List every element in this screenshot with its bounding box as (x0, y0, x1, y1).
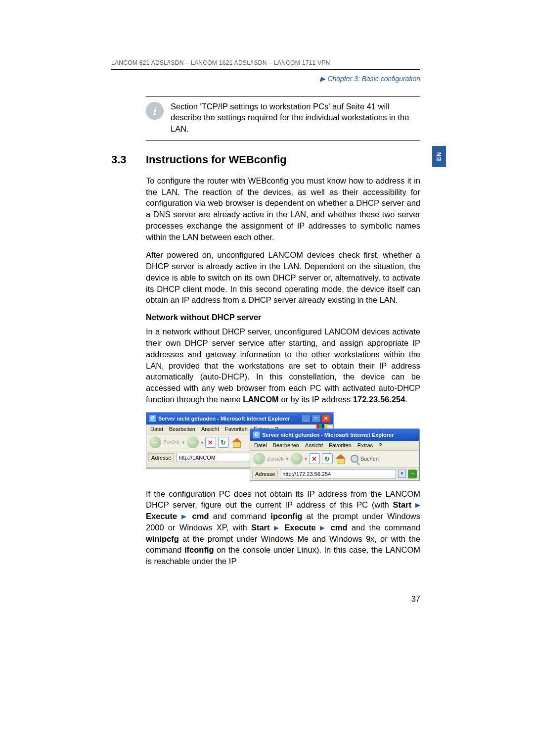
refresh-button[interactable]: ↻ (322, 453, 333, 464)
window-title: Server nicht gefunden - Microsoft Intern… (262, 432, 394, 438)
titlebar: Server nicht gefunden - Microsoft Intern… (250, 429, 419, 441)
back-arrow-icon: ← (253, 453, 265, 465)
back-button[interactable]: ← Zurück ▾ (149, 436, 185, 448)
chapter-label: ▶Chapter 3: Basic configuration (111, 75, 420, 83)
page-number: 37 (411, 594, 420, 604)
back-button[interactable]: ← Zurück ▾ (253, 453, 289, 465)
maximize-button[interactable]: □ (312, 415, 320, 423)
menu-favoriten[interactable]: Favoriten (225, 426, 248, 432)
info-note-text: Section 'TCP/IP settings to workstation … (171, 101, 420, 134)
triangle-icon: ▶ (181, 513, 188, 520)
stop-button[interactable]: ✕ (309, 453, 320, 464)
triangle-icon: ▶ (274, 524, 281, 531)
running-header: LANCOM 821 ADSL/ISDN – LANCOM 1621 ADSL/… (111, 59, 420, 70)
window-title: Server nicht gefunden - Microsoft Intern… (158, 416, 290, 422)
go-button[interactable]: → (408, 470, 417, 478)
triangle-icon: ▶ (320, 75, 325, 83)
triangle-icon: ▶ (320, 524, 327, 531)
language-tab: EN (432, 146, 446, 167)
toolbar: ← Zurück ▾ → ▾ ✕ ↻ Suchen (250, 451, 419, 468)
forward-button[interactable]: → (187, 436, 199, 448)
language-tab-label: EN (436, 152, 443, 161)
stop-button[interactable]: ✕ (205, 437, 216, 448)
refresh-button[interactable]: ↻ (218, 437, 229, 448)
triangle-icon: ▶ (415, 501, 420, 509)
back-arrow-icon: ← (149, 436, 161, 448)
paragraph: After powered on, unconfigured LANCOM de… (146, 249, 420, 306)
close-button[interactable]: ✕ (321, 415, 330, 423)
search-icon (351, 455, 358, 463)
chapter-text: Chapter 3: Basic configuration (327, 75, 420, 83)
paragraph: In a network without DHCP server, unconf… (146, 326, 420, 405)
browser-screenshot: Server nicht gefunden - Microsoft Intern… (146, 412, 420, 481)
paragraph: If the configuration PC does not obtain … (146, 488, 420, 567)
menu-bearbeiten[interactable]: Bearbeiten (169, 426, 195, 432)
address-input[interactable]: http://172.23.56.254 (280, 469, 396, 478)
menu-extras[interactable]: Extras (357, 442, 373, 448)
address-label: Adresse (148, 453, 174, 462)
minimize-button[interactable]: _ (302, 415, 311, 423)
menu-datei[interactable]: Datei (254, 442, 267, 448)
dropdown-icon[interactable]: ▼ (398, 470, 406, 478)
ie-icon (253, 431, 260, 438)
menu-ansicht[interactable]: Ansicht (305, 442, 323, 448)
document-page: LANCOM 821 ADSL/ISDN – LANCOM 1621 ADSL/… (111, 59, 420, 574)
menu-favoriten[interactable]: Favoriten (329, 442, 352, 448)
menu-help[interactable]: ? (379, 442, 382, 448)
section-number: 3.3 (111, 153, 146, 166)
info-note-box: i Section 'TCP/IP settings to workstatio… (146, 96, 420, 141)
menu-bar: Datei Bearbeiten Ansicht Favoriten Extra… (250, 441, 419, 451)
section-heading: 3.3 Instructions for WEBconfig (111, 153, 420, 166)
menu-bearbeiten[interactable]: Bearbeiten (273, 442, 299, 448)
home-icon[interactable] (231, 437, 242, 448)
titlebar: Server nicht gefunden - Microsoft Intern… (146, 413, 333, 425)
body-content: To configure the router with WEBconfig y… (146, 175, 420, 567)
address-bar: Adresse http://172.23.56.254 ▼ → (250, 468, 419, 480)
menu-ansicht[interactable]: Ansicht (201, 426, 219, 432)
forward-button[interactable]: → (291, 453, 303, 465)
home-icon[interactable] (335, 453, 346, 464)
ie-icon (149, 415, 156, 422)
paragraph: To configure the router with WEBconfig y… (146, 175, 420, 243)
menu-datei[interactable]: Datei (150, 426, 163, 432)
section-title: Instructions for WEBconfig (146, 153, 287, 166)
address-label: Adresse (252, 470, 278, 478)
info-icon: i (146, 102, 164, 120)
ie-window-2: Server nicht gefunden - Microsoft Intern… (250, 428, 419, 480)
search-button[interactable]: Suchen (351, 455, 379, 463)
subheading: Network without DHCP server (146, 313, 420, 322)
